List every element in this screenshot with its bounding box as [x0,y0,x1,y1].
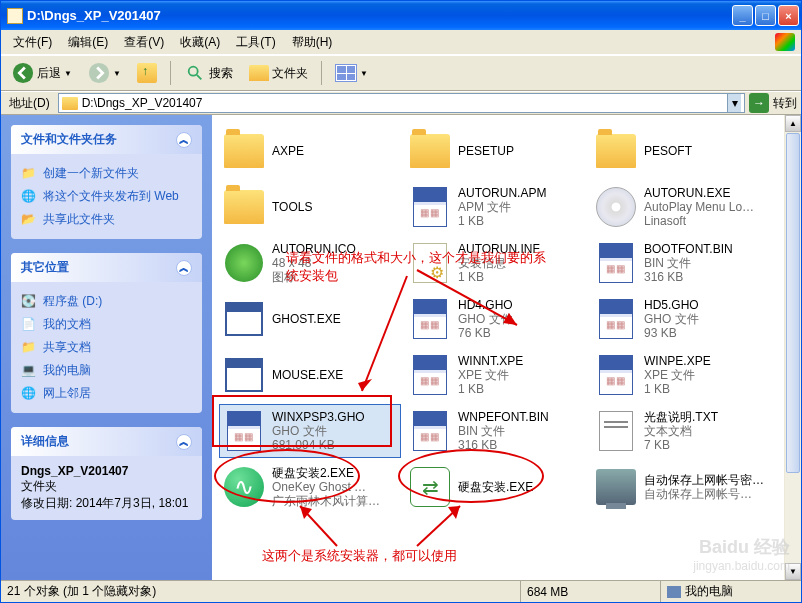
back-button[interactable]: 后退 ▼ [5,58,79,88]
scroll-track[interactable] [785,474,801,563]
place-network[interactable]: 🌐网上邻居 [21,382,192,405]
file-tile[interactable]: 自动保存上网帐号密码到U盘.EXE自动保存上网帐号… [592,461,772,513]
globe-icon: 🌐 [21,189,37,205]
file-name: WINPE.XPE [644,354,711,368]
svg-point-0 [13,63,33,83]
file-tile[interactable]: TOOLS [220,181,400,233]
file-tile[interactable]: AUTORUN.EXEAutoPlay Menu Lo…Linasoft [592,181,772,233]
menu-view[interactable]: 查看(V) [116,31,172,54]
file-tile[interactable]: 光盘说明.TXT文本文档7 KB [592,405,772,457]
file-name: 自动保存上网帐号密码到U盘.EXE [644,473,770,487]
places-panel-header[interactable]: 其它位置 ︽ [11,253,202,282]
file-info-2: 316 KB [458,438,549,452]
file-name: PESETUP [458,144,514,158]
place-my-computer[interactable]: 💻我的电脑 [21,359,192,382]
maximize-button[interactable]: □ [755,5,776,26]
collapse-icon[interactable]: ︽ [176,132,192,148]
file-info-2: 681,094 KB [272,438,365,452]
file-tile[interactable]: AUTORUN.APMAPM 文件1 KB [406,181,586,233]
collapse-icon[interactable]: ︽ [176,434,192,450]
new-folder-icon: 📁 [21,166,37,182]
place-drive-d[interactable]: 💽程序盘 (D:) [21,290,192,313]
menu-file[interactable]: 文件(F) [5,31,60,54]
file-info-2: 76 KB [458,326,513,340]
file-info-2: 1 KB [644,382,711,396]
task-publish-web[interactable]: 🌐将这个文件夹发布到 Web [21,185,192,208]
tasks-panel-header[interactable]: 文件和文件夹任务 ︽ [11,125,202,154]
forward-icon [88,62,110,84]
file-tile[interactable]: PESOFT [592,125,772,177]
menu-tools[interactable]: 工具(T) [228,31,283,54]
back-label: 后退 [37,65,61,82]
places-panel: 其它位置 ︽ 💽程序盘 (D:) 📄我的文档 📁共享文档 💻我的电脑 🌐网上邻居 [11,253,202,413]
up-button[interactable] [130,59,164,87]
status-location: 我的电脑 [661,581,801,602]
file-name: 硬盘安装.EXE [458,480,533,494]
search-button[interactable]: 搜索 [177,58,240,88]
title-bar: D:\Dngs_XP_V201407 _ □ × [1,1,801,30]
task-new-folder[interactable]: 📁创建一个新文件夹 [21,162,192,185]
folders-button[interactable]: 文件夹 [242,61,315,86]
collapse-icon[interactable]: ︽ [176,260,192,276]
file-tile[interactable]: WINXPSP3.GHOGHO 文件681,094 KB [220,405,400,457]
toolbar: 后退 ▼ ▼ 搜索 文件夹 ▼ [1,55,801,91]
details-panel-header[interactable]: 详细信息 ︽ [11,427,202,456]
file-tile[interactable]: BOOTFONT.BINBIN 文件316 KB [592,237,772,289]
status-bar: 21 个对象 (加 1 个隐藏对象) 684 MB 我的电脑 [1,580,801,602]
menu-help[interactable]: 帮助(H) [284,31,341,54]
vertical-scrollbar[interactable]: ▲ ▼ [784,115,801,580]
folder-icon [62,97,78,110]
file-tile[interactable]: AXPE [220,125,400,177]
file-tile[interactable]: AUTORUN.ICO48 x 48图标 [220,237,400,289]
file-cal-icon [594,353,638,397]
close-button[interactable]: × [778,5,799,26]
file-name: MOUSE.EXE [272,368,343,382]
file-info-1: 安装信息 [458,256,540,270]
details-panel: 详细信息 ︽ Dngs_XP_V201407 文件夹 修改日期: 2014年7月… [11,427,202,520]
file-tile[interactable]: AUTORUN.INF安装信息1 KB [406,237,586,289]
file-tile[interactable]: HD5.GHOGHO 文件93 KB [592,293,772,345]
scroll-up-button[interactable]: ▲ [785,115,801,132]
go-label[interactable]: 转到 [773,95,797,112]
address-input[interactable]: D:\Dngs_XP_V201407 ▾ [58,93,745,113]
file-tile[interactable]: MOUSE.EXE [220,349,400,401]
file-tile[interactable]: 硬盘安装2.EXEOneKey Ghost …广东雨林木风计算… [220,461,400,513]
file-tile[interactable]: WINPE.XPEXPE 文件1 KB [592,349,772,401]
go-button[interactable]: → [749,93,769,113]
file-info-1: OneKey Ghost … [272,480,380,494]
file-name: AUTORUN.APM [458,186,546,200]
file-tile[interactable]: WNPEFONT.BINBIN 文件316 KB [406,405,586,457]
file-cal-icon [222,409,266,453]
file-swap-icon: ⇄ [408,465,452,509]
window-folder-icon [7,8,23,24]
file-tile[interactable]: GHOST.EXE [220,293,400,345]
details-name: Dngs_XP_V201407 [21,464,192,478]
file-info-1: BIN 文件 [458,424,549,438]
file-info-1: 文本文档 [644,424,718,438]
file-tile[interactable]: PESETUP [406,125,586,177]
file-info-2: 1 KB [458,270,540,284]
details-modified: 修改日期: 2014年7月3日, 18:01 [21,495,192,512]
window-title: D:\Dngs_XP_V201407 [27,8,732,23]
place-my-documents[interactable]: 📄我的文档 [21,313,192,336]
task-share[interactable]: 📂共享此文件夹 [21,208,192,231]
address-value: D:\Dngs_XP_V201407 [82,96,723,110]
file-info-2: 图标 [272,270,356,284]
minimize-button[interactable]: _ [732,5,753,26]
place-shared-docs[interactable]: 📁共享文档 [21,336,192,359]
scroll-thumb[interactable] [786,133,800,473]
address-dropdown[interactable]: ▾ [727,94,741,112]
file-tile[interactable]: ⇄硬盘安装.EXE [406,461,586,513]
forward-button[interactable]: ▼ [81,58,128,88]
file-name: AXPE [272,144,304,158]
menu-favorites[interactable]: 收藏(A) [172,31,228,54]
file-tile[interactable]: HD4.GHOGHO 文件76 KB [406,293,586,345]
scroll-down-button[interactable]: ▼ [785,563,801,580]
documents-icon: 📄 [21,317,37,333]
folders-label: 文件夹 [272,65,308,82]
file-tile[interactable]: WINNT.XPEXPE 文件1 KB [406,349,586,401]
file-list-area[interactable]: AXPEPESETUPPESOFTTOOLSAUTORUN.APMAPM 文件1… [212,115,784,580]
views-button[interactable]: ▼ [328,60,375,86]
file-name: AUTORUN.INF [458,242,540,256]
menu-edit[interactable]: 编辑(E) [60,31,116,54]
